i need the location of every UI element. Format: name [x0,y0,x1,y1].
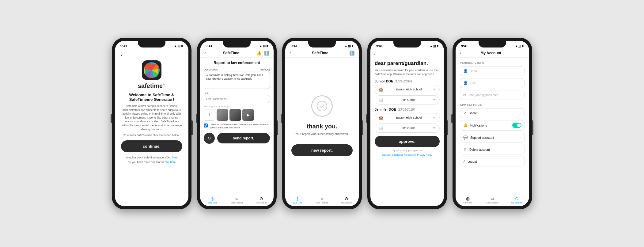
school1-select[interactable]: 🏫 Easton High School ▼ [375,85,440,94]
first-name-field[interactable]: 👤 John [460,66,525,76]
email-icon: ✉ [463,93,466,97]
child2-name: Jennifer DOE [375,108,396,111]
notifications-toggle[interactable] [512,123,521,128]
nav-icons-2: ⚠️ ℹ️ [256,51,269,55]
media-grid: + ▶ [204,109,270,121]
tab-myaccount-5[interactable]: ⊙ My Account [505,196,529,204]
thankyou-screen: thank you. Your report was successfully … [285,58,359,194]
share-row[interactable]: ↗ Share › [460,108,525,118]
back-arrow-5[interactable]: ‹ [460,51,461,55]
info-icon-3[interactable]: ℹ️ [349,51,354,55]
bell-icon: 🔔 [463,123,468,127]
here-link-1[interactable]: here [172,156,177,159]
share-chevron: › [521,112,521,115]
tab-safetimeme-5[interactable]: ☺ SafeTimeme [480,196,505,204]
safetimeme-tab-label-5: SafeTimeme [486,202,498,204]
notch [138,41,165,48]
phone-parent: 9:41 ▲ ))) ■ ‹ dear parent/guardian. You… [367,38,447,209]
support-chevron: › [521,136,521,139]
school2-name: Easton High School [396,116,422,119]
school-icon-1: 🏫 [379,87,383,92]
info-icon[interactable]: ℹ️ [264,51,269,55]
grade-icon-1: 📊 [379,98,383,102]
parent-back-row: ‹ [370,49,444,57]
tap-here-link[interactable]: Tap here [165,161,176,164]
email-field[interactable]: ✉ john_doe@gmail.com [460,90,525,100]
person-icon-2: 👤 [463,81,468,85]
app-logo [142,60,161,80]
share-label: Share [469,112,518,115]
back-button-1[interactable]: ‹ [121,52,123,58]
tab-safetime-5[interactable]: ◎ SafeTime [456,196,480,204]
checkmark-circle [311,95,333,117]
link-input[interactable] [204,95,270,103]
last-name-value: Doe [470,82,521,85]
school1-name: Easton High School [396,88,422,91]
delete-label: Delete account [469,148,518,151]
welcome-screen: ‹ safetime™ Welcome to SafeTime &SafeTim… [115,49,188,206]
notifications-row[interactable]: 🔔 Notifications [460,120,525,131]
add-media-button[interactable]: + [204,109,215,121]
grade2-select[interactable]: 📊 9th Grade ▼ [375,124,440,133]
tab-bar-3: ◎ SafeTime ☺ SafeTimeme ⊙ My Account [285,194,359,206]
approve-links[interactable]: Consent & Release Agreement, Privacy Pol… [375,154,440,156]
media-thumb-3[interactable]: ▶ [242,109,254,121]
grade1-name: 9th Grade [402,98,415,101]
parent-title: dear parent/guardian. [375,60,440,66]
myaccount-tab-label-5: My Account [511,202,522,204]
logout-row[interactable]: ⤴ Logout › [460,157,525,166]
nav-title-3: SafeTime [312,51,328,55]
warning-icon[interactable]: ⚠️ [256,51,262,55]
chevron-down-3: ▼ [433,116,436,119]
new-report-button[interactable]: new report. [291,144,353,156]
tab-bar-5: ◎ SafeTime ☺ SafeTimeme ⊙ My Account [456,194,529,206]
chevron-down-1: ▼ [433,88,436,91]
phone-account: 9:41 ▲ ))) ■ ‹ My Account PERSONAL INFO … [453,38,532,209]
tab-myaccount-3[interactable]: ⊙ My Account [334,196,359,204]
myaccount-tab-icon-2: ⊙ [259,196,263,201]
refresh-button[interactable]: ↻ [204,133,215,144]
delete-row[interactable]: 🗑 Delete account › [460,145,525,154]
time-2: 9:41 [206,44,212,48]
tab-safetime-2[interactable]: ◎ SafeTime [200,196,225,204]
safetimeme-tab-icon-2: ☺ [235,196,239,201]
grade-icon-2: 📊 [379,126,383,130]
notch-2 [223,41,251,48]
back-arrow-2[interactable]: ‹ [204,51,206,55]
tab-safetime-3[interactable]: ◎ SafeTime [285,196,310,204]
approve-button[interactable]: approve. [375,136,440,147]
svg-point-0 [317,101,327,111]
tab-safetimeme-2[interactable]: ☺ SafeTimeme [225,196,249,204]
contact-checkbox[interactable] [204,124,208,127]
send-report-button[interactable]: send report. [217,133,270,143]
support-row[interactable]: 💬 Support assistant › [460,133,525,142]
nav-header-3: ‹ SafeTime ℹ️ [285,49,359,58]
app-settings-heading: APP SETTINGS [460,103,525,106]
school2-select[interactable]: 🏫 Easton High School ▼ [375,113,440,122]
notch-4 [393,41,421,48]
tab-safetimeme-3[interactable]: ☺ SafeTimeme [310,196,334,204]
email-value: john_doe@gmail.com [469,93,521,97]
chevron-down-2: ▼ [433,98,436,101]
nav-title-2: SafeTime [223,51,239,55]
description-textarea[interactable]: A classmate is making threats on instagr… [204,71,270,89]
back-arrow-4[interactable]: ‹ [374,51,376,56]
media-thumb-2[interactable] [229,109,241,121]
safetime-tab-label-3: SafeTime [293,202,302,204]
media-thumb-1[interactable] [217,109,228,121]
approve-note: By approving, you agree to [375,149,440,152]
logo-ring [144,62,160,78]
nav-header-2: ‹ SafeTime ⚠️ ℹ️ [200,49,274,58]
nav-title-5: My Account [481,51,502,55]
person-icon-1: 👤 [463,69,468,73]
status-icons-1: ▲ ))) ■ [174,44,183,48]
continue-button[interactable]: continue. [121,140,182,152]
grade1-select[interactable]: 📊 9th Grade ▼ [375,95,440,104]
bottom-actions: ↻ send report. [204,133,270,144]
chevron-down-4: ▼ [433,126,436,130]
tab-myaccount-2[interactable]: ⊙ My Account [249,196,274,204]
last-name-field[interactable]: 👤 Doe [460,78,525,88]
time-4: 9:41 [376,44,383,48]
phone-welcome: 9:41 ▲ ))) ■ ‹ safetime™ Welcome to Safe… [112,38,191,209]
back-arrow-3[interactable]: ‹ [290,51,291,55]
